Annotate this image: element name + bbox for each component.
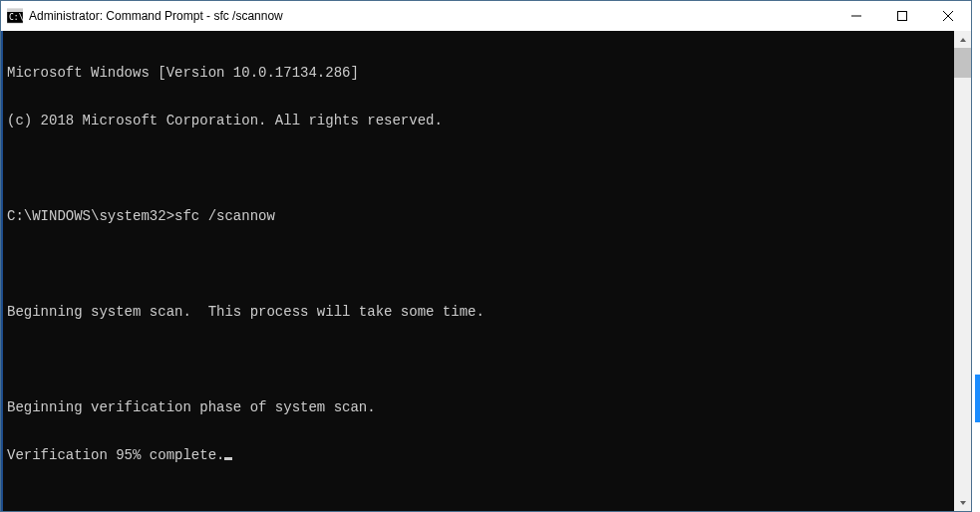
cmd-icon: C:\ (7, 8, 23, 24)
close-button[interactable] (925, 1, 971, 31)
terminal-line (7, 256, 950, 272)
cursor-icon (224, 457, 232, 460)
titlebar[interactable]: C:\ Administrator: Command Prompt - sfc … (1, 1, 971, 31)
client-area: Microsoft Windows [Version 10.0.17134.28… (1, 31, 971, 511)
terminal-line: Beginning verification phase of system s… (7, 399, 950, 415)
svg-marker-7 (960, 38, 966, 42)
scroll-track[interactable] (954, 48, 971, 494)
terminal-line: C:\WINDOWS\system32>sfc /scannow (7, 208, 950, 224)
scroll-thumb[interactable] (954, 48, 971, 78)
command-prompt-window: C:\ Administrator: Command Prompt - sfc … (0, 0, 972, 512)
terminal-line: Beginning system scan. This process will… (7, 304, 950, 320)
background-window-accent (975, 375, 980, 422)
terminal-line: (c) 2018 Microsoft Corporation. All righ… (7, 113, 950, 128)
scroll-up-button[interactable] (954, 31, 971, 48)
svg-text:C:\: C:\ (9, 13, 23, 22)
terminal-line (7, 352, 950, 368)
svg-rect-4 (898, 12, 907, 21)
terminal-line (7, 160, 950, 176)
vertical-scrollbar[interactable] (954, 31, 971, 511)
desktop-edge (972, 0, 980, 512)
window-controls (833, 1, 971, 31)
maximize-button[interactable] (879, 1, 925, 31)
scroll-down-button[interactable] (954, 494, 971, 511)
svg-marker-8 (960, 501, 966, 505)
minimize-button[interactable] (833, 1, 879, 31)
terminal-output[interactable]: Microsoft Windows [Version 10.0.17134.28… (1, 31, 954, 511)
window-title: Administrator: Command Prompt - sfc /sca… (29, 9, 283, 23)
terminal-line: Microsoft Windows [Version 10.0.17134.28… (7, 65, 950, 81)
svg-rect-1 (7, 9, 23, 12)
terminal-line: Verification 95% complete. (7, 447, 950, 463)
